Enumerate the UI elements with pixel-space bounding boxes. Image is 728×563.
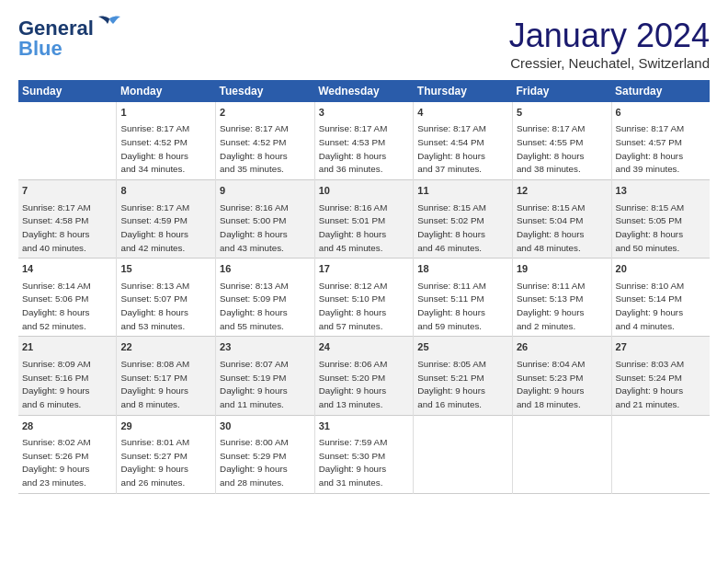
- cell-text-line: Sunrise: 8:11 AM: [517, 281, 586, 291]
- col-sunday: Sunday: [18, 80, 117, 102]
- calendar-body: 1Sunrise: 8:17 AMSunset: 4:52 PMDaylight…: [18, 102, 710, 493]
- calendar-table: Sunday Monday Tuesday Wednesday Thursday…: [18, 80, 710, 494]
- cell-text-line: Sunrise: 8:05 AM: [417, 359, 486, 369]
- day-number: 9: [220, 184, 311, 198]
- table-row: 14Sunrise: 8:14 AMSunset: 5:06 PMDayligh…: [18, 259, 710, 337]
- table-cell: 27Sunrise: 8:03 AMSunset: 5:24 PMDayligh…: [611, 337, 710, 415]
- table-cell: 9Sunrise: 8:16 AMSunset: 5:00 PMDaylight…: [216, 180, 315, 259]
- cell-text-line: Sunset: 5:20 PM: [319, 373, 385, 383]
- cell-text-line: and 23 minutes.: [22, 477, 86, 488]
- cell-text-line: and 50 minutes.: [616, 243, 680, 253]
- cell-text-line: Sunrise: 8:15 AM: [517, 202, 586, 213]
- table-cell: 26Sunrise: 8:04 AMSunset: 5:23 PMDayligh…: [512, 337, 611, 415]
- table-cell: [611, 415, 710, 493]
- cell-text-line: Daylight: 9 hours: [616, 385, 684, 396]
- table-cell: 30Sunrise: 8:00 AMSunset: 5:29 PMDayligh…: [216, 415, 315, 493]
- day-number: 15: [120, 262, 211, 276]
- cell-text-line: Sunrise: 8:17 AM: [120, 123, 189, 133]
- cell-text-line: and 26 minutes.: [120, 477, 185, 488]
- day-number: 13: [616, 184, 706, 198]
- cell-text-line: and 52 minutes.: [22, 321, 86, 331]
- cell-text-line: Sunset: 4:54 PM: [417, 137, 483, 147]
- cell-text-line: Sunrise: 8:17 AM: [22, 202, 91, 213]
- table-cell: 22Sunrise: 8:08 AMSunset: 5:17 PMDayligh…: [117, 337, 216, 415]
- cell-text-line: and 46 minutes.: [417, 243, 482, 253]
- table-cell: 15Sunrise: 8:13 AMSunset: 5:07 PMDayligh…: [117, 259, 216, 337]
- cell-text-line: Sunset: 5:05 PM: [616, 215, 682, 225]
- table-cell: 11Sunrise: 8:15 AMSunset: 5:02 PMDayligh…: [414, 180, 513, 259]
- day-number: 11: [417, 184, 508, 198]
- day-number: 10: [319, 184, 410, 198]
- cell-text-line: and 38 minutes.: [517, 164, 581, 174]
- day-number: 12: [517, 184, 608, 198]
- day-number: 14: [22, 262, 112, 276]
- cell-text-line: Daylight: 8 hours: [120, 229, 188, 239]
- cell-text-line: and 37 minutes.: [417, 164, 482, 174]
- cell-text-line: Daylight: 8 hours: [220, 307, 288, 317]
- cell-text-line: and 34 minutes.: [120, 164, 185, 174]
- cell-text-line: and 48 minutes.: [517, 243, 581, 253]
- cell-text-line: Sunrise: 8:11 AM: [417, 281, 486, 291]
- cell-text-line: Daylight: 8 hours: [417, 151, 485, 161]
- cell-text-line: Sunset: 5:29 PM: [220, 451, 286, 461]
- header: General Blue January 2024 Cressier, Neuc…: [18, 17, 710, 71]
- table-cell: 17Sunrise: 8:12 AMSunset: 5:10 PMDayligh…: [314, 259, 414, 337]
- main-title: January 2024: [509, 17, 710, 55]
- day-number: 28: [22, 419, 112, 433]
- cell-text-line: Sunset: 5:17 PM: [120, 373, 187, 383]
- day-number: 19: [517, 262, 608, 276]
- cell-text-line: Daylight: 9 hours: [22, 464, 90, 474]
- cell-text-line: and 55 minutes.: [220, 321, 284, 331]
- day-number: 2: [220, 106, 311, 120]
- table-cell: 13Sunrise: 8:15 AMSunset: 5:05 PMDayligh…: [611, 180, 710, 259]
- day-number: 5: [517, 106, 608, 120]
- table-cell: 28Sunrise: 8:02 AMSunset: 5:26 PMDayligh…: [18, 415, 117, 493]
- col-monday: Monday: [117, 80, 216, 102]
- cell-text-line: Daylight: 9 hours: [120, 464, 188, 474]
- table-cell: [414, 415, 513, 493]
- table-row: 1Sunrise: 8:17 AMSunset: 4:52 PMDaylight…: [18, 102, 710, 180]
- logo-blue: Blue: [18, 37, 63, 61]
- table-cell: [512, 415, 611, 493]
- cell-text-line: Sunrise: 7:59 AM: [319, 437, 388, 447]
- cell-text-line: and 4 minutes.: [616, 321, 675, 331]
- cell-text-line: Sunrise: 8:15 AM: [417, 202, 486, 213]
- cell-text-line: and 13 minutes.: [319, 399, 383, 409]
- table-cell: 6Sunrise: 8:17 AMSunset: 4:57 PMDaylight…: [611, 102, 710, 180]
- table-row: 28Sunrise: 8:02 AMSunset: 5:26 PMDayligh…: [18, 415, 710, 493]
- cell-text-line: Sunset: 5:19 PM: [220, 373, 286, 383]
- table-cell: 7Sunrise: 8:17 AMSunset: 4:58 PMDaylight…: [18, 180, 117, 259]
- day-number: 16: [220, 262, 311, 276]
- cell-text-line: and 57 minutes.: [319, 321, 383, 331]
- cell-text-line: Sunset: 5:01 PM: [319, 215, 385, 225]
- logo: General Blue: [18, 17, 122, 61]
- cell-text-line: Sunrise: 8:17 AM: [120, 202, 189, 213]
- cell-text-line: Daylight: 8 hours: [319, 229, 387, 239]
- table-cell: [18, 102, 117, 180]
- cell-text-line: Daylight: 8 hours: [517, 229, 585, 239]
- cell-text-line: Daylight: 9 hours: [517, 385, 585, 396]
- cell-text-line: Daylight: 9 hours: [120, 385, 188, 396]
- day-number: 22: [120, 340, 211, 354]
- cell-text-line: Sunrise: 8:14 AM: [22, 281, 91, 291]
- table-cell: 25Sunrise: 8:05 AMSunset: 5:21 PMDayligh…: [414, 337, 513, 415]
- cell-text-line: Sunrise: 8:07 AM: [220, 359, 289, 369]
- day-number: 8: [120, 184, 211, 198]
- cell-text-line: and 18 minutes.: [517, 399, 581, 409]
- cell-text-line: Sunset: 4:57 PM: [616, 137, 682, 147]
- col-wednesday: Wednesday: [314, 80, 414, 102]
- cell-text-line: Sunrise: 8:16 AM: [319, 202, 388, 213]
- cell-text-line: Sunrise: 8:15 AM: [616, 202, 685, 213]
- day-number: 4: [417, 106, 508, 120]
- cell-text-line: Sunrise: 8:00 AM: [220, 437, 289, 447]
- header-row: Sunday Monday Tuesday Wednesday Thursday…: [18, 80, 710, 102]
- table-cell: 2Sunrise: 8:17 AMSunset: 4:52 PMDaylight…: [216, 102, 315, 180]
- cell-text-line: and 21 minutes.: [616, 399, 680, 409]
- cell-text-line: Sunset: 5:04 PM: [517, 215, 583, 225]
- col-friday: Friday: [512, 80, 611, 102]
- table-cell: 21Sunrise: 8:09 AMSunset: 5:16 PMDayligh…: [18, 337, 117, 415]
- cell-text-line: Sunset: 5:16 PM: [22, 373, 88, 383]
- day-number: 1: [120, 106, 211, 120]
- cell-text-line: Daylight: 8 hours: [616, 229, 684, 239]
- cell-text-line: Sunset: 5:13 PM: [517, 293, 583, 304]
